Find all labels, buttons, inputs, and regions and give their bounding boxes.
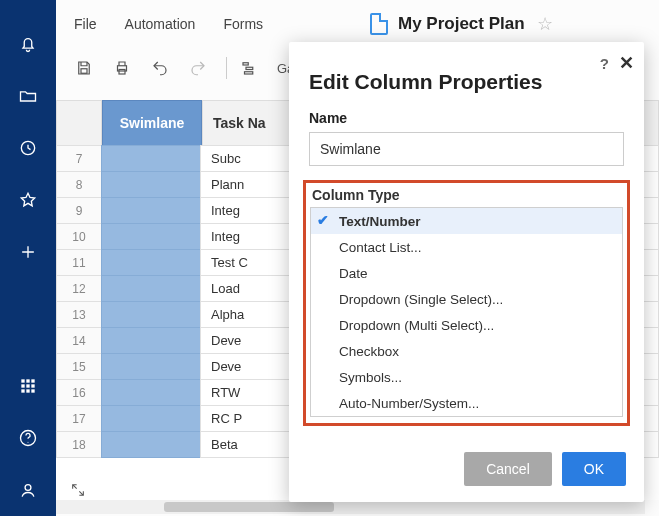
column-header-swimlane[interactable]: Swimlane [102, 100, 202, 146]
svg-rect-7 [21, 389, 24, 392]
row-number: 12 [56, 275, 102, 302]
svg-rect-18 [245, 72, 253, 74]
row-number: 13 [56, 301, 102, 328]
cancel-button[interactable]: Cancel [464, 452, 552, 486]
menu-automation[interactable]: Automation [125, 16, 196, 32]
dialog-close-icon[interactable]: ✕ [619, 52, 634, 74]
menu-forms[interactable]: Forms [223, 16, 263, 32]
row-number-header [56, 100, 102, 146]
row-number: 17 [56, 405, 102, 432]
swimlane-cell[interactable] [101, 249, 201, 276]
column-type-checkbox[interactable]: Checkbox [311, 338, 622, 364]
check-icon: ✔ [317, 212, 329, 228]
doc-title-area: My Project Plan ☆ [370, 0, 553, 48]
row-number: 15 [56, 353, 102, 380]
clock-icon[interactable] [16, 136, 40, 160]
favorite-star-icon[interactable]: ☆ [537, 13, 553, 35]
swimlane-cell[interactable] [101, 223, 201, 250]
edit-column-dialog: ? ✕ Edit Column Properties Name Swimlane… [289, 42, 644, 502]
svg-rect-13 [81, 69, 87, 74]
expand-icon[interactable] [70, 482, 86, 498]
column-type-list: ✔ Text/Number Contact List... Date Dropd… [310, 207, 623, 417]
swimlane-cell[interactable] [101, 431, 201, 458]
swimlane-cell[interactable] [101, 197, 201, 224]
sheet-icon [370, 13, 388, 35]
swimlane-cell[interactable] [101, 145, 201, 172]
svg-rect-16 [243, 63, 248, 65]
swimlane-cell[interactable] [101, 353, 201, 380]
svg-rect-5 [26, 384, 29, 387]
menu-file[interactable]: File [74, 16, 97, 32]
column-type-contact-list[interactable]: Contact List... [311, 234, 622, 260]
column-type-dropdown-single[interactable]: Dropdown (Single Select)... [311, 286, 622, 312]
print-icon[interactable] [112, 58, 132, 78]
svg-rect-9 [31, 389, 34, 392]
swimlane-cell[interactable] [101, 171, 201, 198]
row-number: 8 [56, 171, 102, 198]
svg-point-12 [25, 485, 31, 491]
gantt-view-icon[interactable] [239, 58, 259, 78]
column-name-input[interactable]: Swimlane [309, 132, 624, 166]
help-icon[interactable] [16, 426, 40, 450]
swimlane-cell[interactable] [101, 405, 201, 432]
undo-icon[interactable] [150, 58, 170, 78]
column-type-label-text: Text/Number [339, 214, 421, 229]
swimlane-cell[interactable] [101, 275, 201, 302]
row-number: 16 [56, 379, 102, 406]
user-icon[interactable] [16, 478, 40, 502]
redo-icon[interactable] [188, 58, 208, 78]
column-type-date[interactable]: Date [311, 260, 622, 286]
svg-rect-8 [26, 389, 29, 392]
column-type-label: Column Type [312, 187, 621, 203]
swimlane-cell[interactable] [101, 327, 201, 354]
scrollbar-thumb[interactable] [164, 502, 334, 512]
svg-rect-17 [246, 67, 253, 69]
folder-icon[interactable] [16, 84, 40, 108]
row-number: 10 [56, 223, 102, 250]
horizontal-scrollbar[interactable] [56, 500, 645, 514]
row-number: 14 [56, 327, 102, 354]
column-type-dropdown-multi[interactable]: Dropdown (Multi Select)... [311, 312, 622, 338]
row-number: 11 [56, 249, 102, 276]
apps-grid-icon[interactable] [16, 374, 40, 398]
column-type-section: Column Type ✔ Text/Number Contact List..… [303, 180, 630, 426]
svg-rect-6 [31, 384, 34, 387]
column-type-text-number[interactable]: ✔ Text/Number [311, 208, 622, 234]
row-number: 7 [56, 145, 102, 172]
bell-icon[interactable] [16, 32, 40, 56]
dialog-help-icon[interactable]: ? [600, 55, 609, 72]
column-type-symbols[interactable]: Symbols... [311, 364, 622, 390]
svg-rect-3 [31, 379, 34, 382]
svg-rect-15 [119, 70, 125, 75]
svg-rect-4 [21, 384, 24, 387]
save-icon[interactable] [74, 58, 94, 78]
plus-icon[interactable] [16, 240, 40, 264]
ok-button[interactable]: OK [562, 452, 626, 486]
doc-title: My Project Plan [398, 14, 525, 34]
toolbar-divider [226, 57, 227, 79]
svg-point-11 [28, 442, 29, 443]
star-icon[interactable] [16, 188, 40, 212]
name-label: Name [309, 110, 624, 126]
swimlane-cell[interactable] [101, 379, 201, 406]
svg-rect-1 [21, 379, 24, 382]
menu-bar: File Automation Forms [56, 0, 659, 48]
left-nav-rail [0, 0, 56, 516]
row-number: 18 [56, 431, 102, 458]
column-type-auto-number[interactable]: Auto-Number/System... [311, 390, 622, 416]
swimlane-cell[interactable] [101, 301, 201, 328]
svg-rect-2 [26, 379, 29, 382]
row-number: 9 [56, 197, 102, 224]
dialog-title: Edit Column Properties [309, 70, 624, 94]
